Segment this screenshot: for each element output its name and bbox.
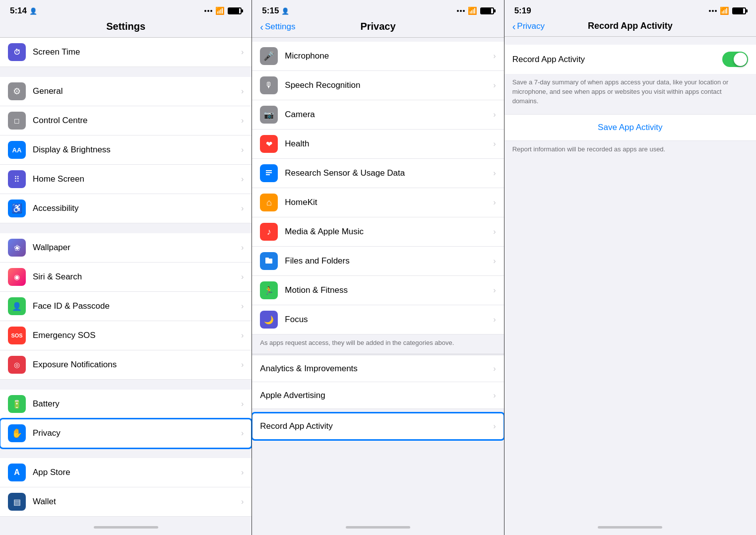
settings-row-record-app-activity[interactable]: Record App Activity ›: [252, 413, 504, 440]
battery-icon-3: [732, 7, 746, 14]
back-button-3[interactable]: ‹ Privacy: [512, 21, 545, 31]
chevron-icon: ›: [241, 48, 244, 57]
privacy-icon: ✋: [8, 424, 26, 442]
analytics-label: Analytics & Improvements: [260, 364, 489, 374]
wifi-icon-2: 📶: [468, 6, 477, 15]
microphone-icon: 🎤: [260, 47, 278, 65]
settings-row-camera[interactable]: 📷 Camera ›: [252, 100, 504, 130]
settings-list-1[interactable]: ⏱ Screen Time › ⚙ General › ◻ Control Ce…: [0, 38, 252, 519]
settings-row-analytics[interactable]: Analytics & Improvements ›: [252, 355, 504, 382]
media-label: Media & Apple Music: [285, 227, 489, 237]
save-activity-note: Report information will be recorded as a…: [504, 141, 756, 162]
general-icon: ⚙: [8, 82, 26, 100]
wallet-label: Wallet: [33, 497, 237, 507]
chevron-icon: ›: [241, 175, 244, 184]
chevron-icon: ›: [493, 422, 496, 431]
status-icons-3: 📶: [709, 6, 746, 15]
battery-settings-icon: 🔋: [8, 395, 26, 413]
control-centre-icon: ◻: [8, 112, 26, 130]
display-brightness-label: Display & Brightness: [33, 145, 237, 155]
toggle-row[interactable]: Record App Activity: [504, 45, 756, 74]
siri-search-icon: ◉: [8, 268, 26, 286]
chevron-icon: ›: [493, 169, 496, 178]
wifi-icon-3: 📶: [720, 6, 729, 15]
settings-row-apple-advertising[interactable]: Apple Advertising ›: [252, 382, 504, 409]
homekit-icon: ⌂: [260, 194, 278, 211]
accessibility-icon: ♿: [8, 200, 26, 217]
chevron-icon: ›: [241, 87, 244, 96]
general-label: General: [33, 86, 237, 96]
chevron-icon: ›: [241, 204, 244, 213]
speech-icon: 🎙: [260, 76, 278, 94]
toggle-knob: [734, 53, 747, 66]
settings-row-focus[interactable]: 🌙 Focus ›: [252, 305, 504, 334]
settings-row-siri-search[interactable]: ◉ Siri & Search ›: [0, 263, 252, 292]
home-screen-icon: ⠿: [8, 170, 26, 188]
settings-row-research[interactable]: Research Sensor & Usage Data ›: [252, 159, 504, 188]
screen-time-icon: ⏱: [8, 43, 26, 61]
control-centre-label: Control Centre: [33, 116, 237, 126]
settings-row-speech[interactable]: 🎙 Speech Recognition ›: [252, 71, 504, 100]
nav-title-3: Record App Activity: [588, 21, 673, 31]
chevron-icon: ›: [241, 468, 244, 477]
settings-row-wallpaper[interactable]: ❀ Wallpaper ›: [0, 233, 252, 263]
status-bar-3: 5:19 📶: [504, 0, 756, 19]
focus-label: Focus: [285, 315, 489, 325]
record-activity-panel: 5:19 📶 ‹ Privacy Record App Activity Rec…: [504, 0, 756, 535]
settings-row-health[interactable]: ❤ Health ›: [252, 130, 504, 159]
chevron-icon: ›: [493, 315, 496, 324]
settings-row-accessibility[interactable]: ♿ Accessibility ›: [0, 194, 252, 223]
nav-bar-2: ‹ Settings Privacy: [252, 19, 504, 37]
privacy-list[interactable]: 🎤 Microphone › 🎙 Speech Recognition › 📷 …: [252, 38, 504, 519]
exposure-label: Exposure Notifications: [33, 360, 237, 370]
settings-row-motion[interactable]: 🏃 Motion & Fitness ›: [252, 276, 504, 305]
settings-panel: 5:14 👤 📶 Settings ⏱ Screen Time ›: [0, 0, 252, 535]
wallet-icon: ▤: [8, 493, 26, 511]
settings-row-files[interactable]: Files and Folders ›: [252, 247, 504, 276]
research-icon: [260, 164, 278, 182]
nav-bar-1: Settings: [0, 19, 252, 37]
settings-row-homekit[interactable]: ⌂ HomeKit ›: [252, 188, 504, 217]
back-button-2[interactable]: ‹ Settings: [260, 22, 295, 32]
save-activity-button[interactable]: Save App Activity: [504, 114, 756, 141]
exposure-icon: ◎: [8, 356, 26, 374]
status-bar-1: 5:14 👤 📶: [0, 0, 252, 19]
wallpaper-icon: ❀: [8, 239, 26, 257]
media-icon: ♪: [260, 223, 278, 241]
toggle-label: Record App Activity: [512, 55, 722, 65]
settings-row-face-id[interactable]: 👤 Face ID & Passcode ›: [0, 292, 252, 321]
settings-row-exposure[interactable]: ◎ Exposure Notifications ›: [0, 350, 252, 380]
siri-search-label: Siri & Search: [33, 272, 237, 282]
chevron-icon: ›: [493, 286, 496, 295]
settings-row-wallet[interactable]: ▤ Wallet ›: [0, 487, 252, 517]
settings-row-screen-time[interactable]: ⏱ Screen Time ›: [0, 38, 252, 67]
settings-row-emergency-sos[interactable]: SOS Emergency SOS ›: [0, 321, 252, 350]
nav-bar-3: ‹ Privacy Record App Activity: [504, 19, 756, 36]
home-indicator-2: [252, 519, 504, 535]
settings-row-battery[interactable]: 🔋 Battery ›: [0, 390, 252, 419]
toggle-description: Save a 7-day summary of when apps access…: [504, 74, 756, 114]
settings-row-general[interactable]: ⚙ General ›: [0, 77, 252, 106]
status-bar-2: 5:15 👤 📶: [252, 0, 504, 19]
settings-row-home-screen[interactable]: ⠿ Home Screen ›: [0, 165, 252, 194]
chevron-icon: ›: [241, 145, 244, 154]
settings-row-microphone[interactable]: 🎤 Microphone ›: [252, 42, 504, 71]
camera-icon: 📷: [260, 106, 278, 124]
chevron-icon: ›: [241, 243, 244, 252]
toggle-switch[interactable]: [722, 52, 748, 67]
settings-row-control-centre[interactable]: ◻ Control Centre ›: [0, 106, 252, 135]
apple-advertising-label: Apple Advertising: [260, 391, 489, 401]
chevron-icon: ›: [241, 272, 244, 281]
chevron-icon: ›: [493, 227, 496, 236]
settings-row-app-store[interactable]: A App Store ›: [0, 458, 252, 487]
svg-rect-1: [265, 258, 269, 260]
chevron-icon: ›: [493, 364, 496, 373]
settings-row-privacy[interactable]: ✋ Privacy ›: [0, 419, 252, 448]
chevron-icon: ›: [241, 429, 244, 438]
settings-row-display-brightness[interactable]: AA Display & Brightness ›: [0, 135, 252, 165]
privacy-panel: 5:15 👤 📶 ‹ Settings Privacy 🎤 Microphone: [252, 0, 504, 535]
app-store-label: App Store: [33, 468, 237, 477]
face-id-icon: 👤: [8, 297, 26, 315]
home-indicator-3: [504, 519, 756, 535]
settings-row-media[interactable]: ♪ Media & Apple Music ›: [252, 217, 504, 247]
